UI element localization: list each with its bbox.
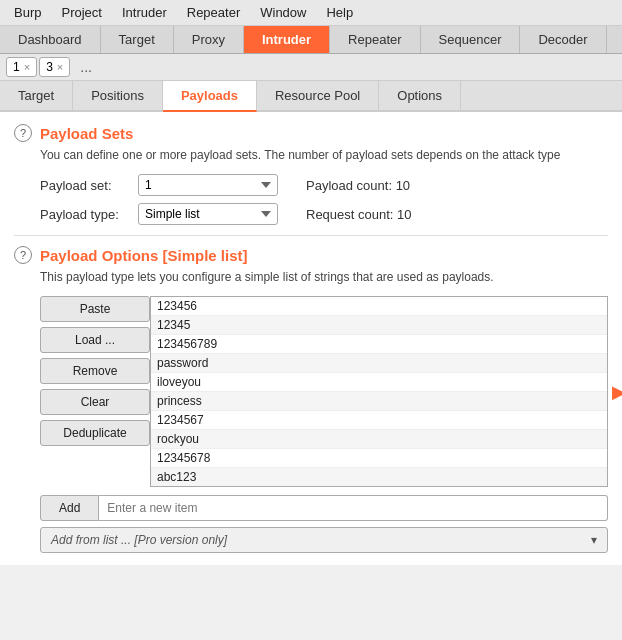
tab-sequencer[interactable]: Sequencer (421, 26, 521, 53)
request-count-label: Request count: 10 (306, 207, 412, 222)
page-tab-resource-pool[interactable]: Resource Pool (257, 81, 379, 110)
payload-sets-desc: You can define one or more payload sets.… (14, 148, 608, 162)
add-button[interactable]: Add (40, 495, 99, 521)
tab-decoder[interactable]: Decoder (520, 26, 606, 53)
page-tab-target[interactable]: Target (0, 81, 73, 110)
payload-options-desc: This payload type lets you configure a s… (14, 270, 608, 284)
menu-window[interactable]: Window (250, 2, 316, 23)
tab-dashboard[interactable]: Dashboard (0, 26, 101, 53)
list-item[interactable]: princess (151, 392, 607, 411)
payload-type-row: Payload type: Simple list Runtime file C… (14, 203, 608, 225)
payload-count-label: Payload count: 10 (306, 178, 410, 193)
tab-repeater[interactable]: Repeater (330, 26, 420, 53)
tab-proxy[interactable]: Proxy (174, 26, 244, 53)
main-tab-bar: Dashboard Target Proxy Intruder Repeater… (0, 26, 622, 54)
payload-list[interactable]: 12345612345123456789passwordiloveyouprin… (150, 296, 608, 487)
list-item[interactable]: password (151, 354, 607, 373)
list-item[interactable]: abc123 (151, 468, 607, 486)
payload-type-select[interactable]: Simple list Runtime file Custom iterator… (138, 203, 278, 225)
sub-tabs-row: 1 × 3 × ... (0, 54, 622, 81)
tab-target[interactable]: Target (101, 26, 174, 53)
content-area: ? Payload Sets You can define one or mor… (0, 112, 622, 565)
payload-set-row: Payload set: 1 2 3 Payload count: 10 (14, 174, 608, 196)
list-item[interactable]: 1234567 (151, 411, 607, 430)
sub-tab-more[interactable]: ... (72, 57, 100, 77)
payload-type-label: Payload type: (40, 207, 130, 222)
page-tabs: Target Positions Payloads Resource Pool … (0, 81, 622, 112)
payload-sets-help-icon[interactable]: ? (14, 124, 32, 142)
menu-bar: Burp Project Intruder Repeater Window He… (0, 0, 622, 26)
action-buttons: Paste Load ... Remove Clear Deduplicate (40, 296, 150, 487)
section-divider (14, 235, 608, 236)
list-item[interactable]: rockyou (151, 430, 607, 449)
payload-options-header: ? Payload Options [Simple list] (14, 246, 608, 264)
clear-button[interactable]: Clear (40, 389, 150, 415)
payload-options-help-icon[interactable]: ? (14, 246, 32, 264)
page-tab-options[interactable]: Options (379, 81, 461, 110)
sub-tab-1-label: 1 (13, 60, 20, 74)
add-input[interactable] (99, 495, 608, 521)
tab-intruder[interactable]: Intruder (244, 26, 330, 53)
list-item[interactable]: 123456 (151, 297, 607, 316)
deduplicate-button[interactable]: Deduplicate (40, 420, 150, 446)
menu-help[interactable]: Help (316, 2, 363, 23)
sub-tab-1-close[interactable]: × (24, 61, 30, 73)
paste-button[interactable]: Paste (40, 296, 150, 322)
remove-button[interactable]: Remove (40, 358, 150, 384)
add-from-list-row[interactable]: Add from list ... [Pro version only] ▾ (40, 527, 608, 553)
list-item[interactable]: iloveyou (151, 373, 607, 392)
payload-set-label: Payload set: (40, 178, 130, 193)
sub-tab-3-close[interactable]: × (57, 61, 63, 73)
options-area: Paste Load ... Remove Clear Deduplicate … (40, 296, 608, 487)
scroll-arrow-icon: ▶ (612, 381, 622, 403)
list-item[interactable]: 12345678 (151, 449, 607, 468)
payload-options-title: Payload Options [Simple list] (40, 247, 248, 264)
sub-tab-3[interactable]: 3 × (39, 57, 70, 77)
payload-sets-title: Payload Sets (40, 125, 133, 142)
menu-intruder[interactable]: Intruder (112, 2, 177, 23)
menu-repeater[interactable]: Repeater (177, 2, 250, 23)
payload-set-select[interactable]: 1 2 3 (138, 174, 278, 196)
menu-burp[interactable]: Burp (4, 2, 51, 23)
page-tab-positions[interactable]: Positions (73, 81, 163, 110)
sub-tab-3-label: 3 (46, 60, 53, 74)
load-button[interactable]: Load ... (40, 327, 150, 353)
menu-project[interactable]: Project (51, 2, 111, 23)
add-from-list-label: Add from list ... [Pro version only] (51, 533, 227, 547)
page-tab-payloads[interactable]: Payloads (163, 81, 257, 112)
chevron-down-icon: ▾ (591, 533, 597, 547)
list-item[interactable]: 123456789 (151, 335, 607, 354)
list-item[interactable]: 12345 (151, 316, 607, 335)
payload-sets-header: ? Payload Sets (14, 124, 608, 142)
add-row: Add (40, 495, 608, 521)
sub-tab-1[interactable]: 1 × (6, 57, 37, 77)
